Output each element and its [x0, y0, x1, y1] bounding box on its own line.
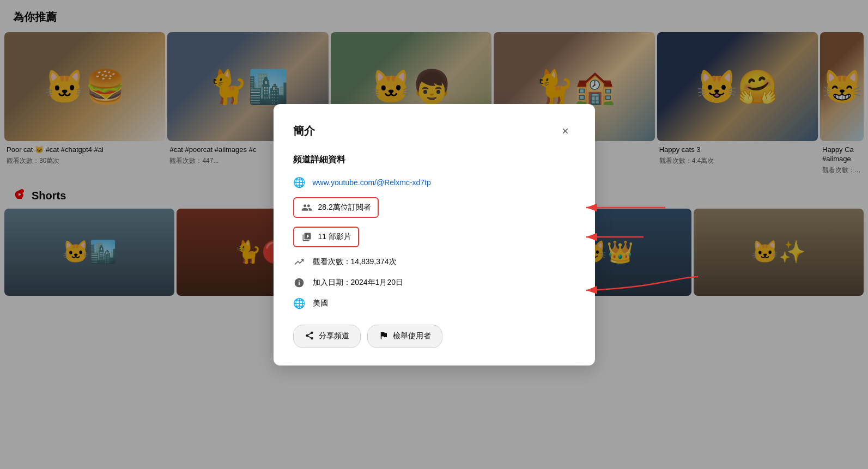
- subscribers-highlight: 28.2萬位訂閱者: [293, 197, 379, 218]
- url-row: 🌐 www.youtube.com/@Relxmc-xd7tp: [293, 176, 575, 188]
- subscribers-row: 28.2萬位訂閱者: [293, 197, 575, 218]
- subscribers-count: 28.2萬位訂閱者: [318, 203, 371, 212]
- videos-count: 11 部影片: [318, 232, 351, 242]
- views-count: 觀看次數：14,839,374次: [313, 257, 397, 267]
- arrow-subscribers: [581, 197, 668, 218]
- globe-icon: 🌐: [293, 176, 305, 188]
- video-play-icon: [301, 231, 313, 243]
- info-icon: [293, 277, 305, 289]
- page-background: 為你推薦 🐱🍔 Poor cat 🐱 #cat #chatgpt4 #ai 觀看…: [0, 0, 868, 469]
- share-channel-label: 分享頻道: [319, 331, 349, 341]
- share-channel-button[interactable]: 分享頻道: [293, 325, 361, 348]
- channel-url[interactable]: www.youtube.com/@Relxmc-xd7tp: [313, 178, 431, 187]
- close-icon: ×: [562, 124, 569, 138]
- arrow-videos: [581, 226, 646, 248]
- videos-row: 11 部影片: [293, 227, 575, 247]
- flag-icon: [379, 331, 389, 342]
- channel-details-title: 頻道詳細資料: [293, 154, 575, 166]
- modal-header: 簡介 ×: [293, 121, 575, 141]
- join-date-row: 加入日期：2024年1月20日: [293, 277, 575, 289]
- share-icon: [305, 331, 314, 342]
- country-name: 美國: [313, 299, 328, 308]
- report-user-label: 檢舉使用者: [393, 331, 431, 341]
- modal-buttons: 分享頻道 檢舉使用者: [293, 325, 575, 348]
- videos-highlight: 11 部影片: [293, 227, 359, 247]
- arrow-join-date: [581, 271, 701, 304]
- modal-title: 簡介: [293, 124, 315, 138]
- modal-intro: 簡介 × 頻道詳細資料 🌐 www.youtube.com/@Relxmc-xd…: [274, 104, 595, 366]
- join-date: 加入日期：2024年1月20日: [313, 278, 404, 288]
- views-icon: [293, 256, 305, 268]
- subscribers-icon: [301, 202, 313, 214]
- report-user-button[interactable]: 檢舉使用者: [367, 325, 442, 348]
- views-row: 觀看次數：14,839,374次: [293, 256, 575, 268]
- country-row: 🌐 美國: [293, 297, 575, 309]
- location-icon: 🌐: [293, 297, 305, 309]
- modal-close-button[interactable]: ×: [556, 121, 575, 141]
